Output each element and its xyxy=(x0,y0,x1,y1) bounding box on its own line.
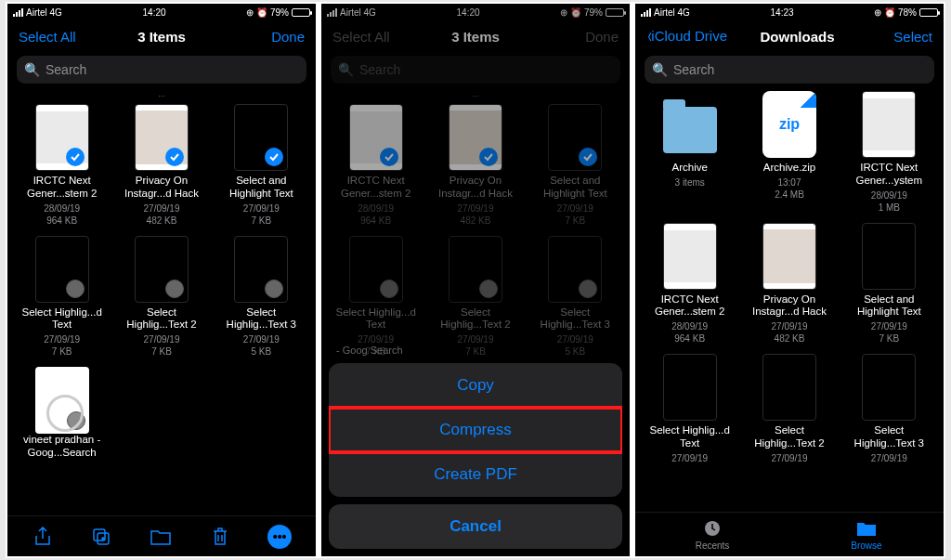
clock-label: 14:20 xyxy=(457,7,480,18)
file-item[interactable]: vineet pradhan - Goog...Search xyxy=(15,367,109,460)
signal-icon xyxy=(641,8,651,17)
alarm-icon: ⊕ ⏰ xyxy=(874,7,895,18)
file-thumbnail xyxy=(548,104,602,171)
file-item[interactable]: zip Archive.zip 13:072.4 MB xyxy=(742,91,836,214)
file-thumbnail xyxy=(663,354,717,421)
done-button: Done xyxy=(554,29,619,45)
screen-action-sheet: Airtel 4G 14:20 ⊕ ⏰ 79% Select All 3 Ite… xyxy=(321,4,630,556)
carrier-label: Airtel 4G xyxy=(26,7,62,18)
file-item[interactable]: Select Highlig...d Text 27/09/197 KB xyxy=(15,236,109,358)
file-thumbnail xyxy=(135,236,189,303)
signal-icon xyxy=(13,8,23,17)
battery-icon xyxy=(606,8,624,17)
search-icon: 🔍 xyxy=(24,62,40,77)
file-thumbnail xyxy=(349,104,403,171)
select-button[interactable]: Select xyxy=(867,29,932,45)
search-icon: 🔍 xyxy=(338,62,354,77)
checkmark-icon xyxy=(380,148,398,166)
file-item[interactable]: Select and Highlight Text 27/09/197 KB xyxy=(842,223,936,345)
checkmark-icon xyxy=(165,148,184,166)
peek-label: - Goog Search xyxy=(329,345,622,356)
file-name: Select Highlig...Text 3 xyxy=(215,306,307,332)
folder-icon xyxy=(663,91,717,158)
file-name: vineet pradhan - Goog...Search xyxy=(16,434,109,460)
clock-label: 14:20 xyxy=(143,7,166,18)
share-button[interactable] xyxy=(32,526,54,548)
create-pdf-action[interactable]: Create PDF xyxy=(329,452,622,497)
file-item[interactable]: Select Highlig...Text 2 27/09/197 KB xyxy=(114,236,208,358)
file-name: Select and Highlight Text xyxy=(215,175,307,201)
checkmark-icon xyxy=(579,148,597,166)
file-item[interactable]: Privacy On Instagr...d Hack 27/09/19482 … xyxy=(742,223,836,345)
zip-icon: zip xyxy=(762,91,816,158)
file-name: Select Highlig...d Text xyxy=(16,306,109,332)
more-button[interactable]: ••• xyxy=(267,525,292,549)
delete-button[interactable] xyxy=(209,526,231,548)
file-item[interactable]: Select Highlig...Text 3 27/09/195 KB xyxy=(215,236,308,358)
file-name: IRCTC Next Gener...stem 2 xyxy=(16,175,109,201)
battery-icon xyxy=(919,8,938,17)
file-item[interactable]: IRCTC Next Gener...stem 2 28/09/19964 KB xyxy=(15,104,109,227)
carrier-label: Airtel 4G xyxy=(654,7,690,18)
file-name: Privacy On Instagr...d Hack xyxy=(115,175,208,201)
file-thumbnail xyxy=(449,236,502,303)
file-thumbnail xyxy=(762,223,816,290)
file-item: Select and Highlight Text 27/09/197 KB xyxy=(528,104,622,227)
unselected-icon xyxy=(265,280,283,298)
file-thumbnail xyxy=(234,236,288,303)
battery-icon xyxy=(292,8,310,17)
file-item: Select Highlig...Text 3 27/09/195 KB xyxy=(528,236,622,358)
file-item[interactable]: Archive 3 items xyxy=(643,91,736,214)
screen-browse: Airtel 4G 14:23 ⊕ ⏰ 78% ‹iCloud Drive Do… xyxy=(635,4,944,556)
file-thumbnail xyxy=(862,223,916,290)
battery-percent: 78% xyxy=(898,7,917,18)
copy-action[interactable]: Copy xyxy=(329,363,622,408)
search-icon: 🔍 xyxy=(652,62,668,77)
file-item[interactable]: IRCTC Next Gener...stem 2 28/09/19964 KB xyxy=(643,223,736,345)
move-button[interactable] xyxy=(150,526,172,548)
signal-icon xyxy=(327,8,337,17)
files-grid: ··· IRCTC Next Gener...stem 2 28/09/1996… xyxy=(7,91,316,515)
screen-select-mode: Airtel 4G 14:20 ⊕ ⏰ 79% Select All 3 Ite… xyxy=(7,4,316,556)
cancel-action[interactable]: Cancel xyxy=(329,504,622,549)
duplicate-button[interactable] xyxy=(90,526,112,548)
file-thumbnail xyxy=(862,91,916,158)
nav-title: Downloads xyxy=(761,29,835,45)
select-all-button: Select All xyxy=(332,29,397,45)
file-item: Select Highlig...Text 2 27/09/197 KB xyxy=(428,236,522,358)
unselected-icon xyxy=(165,280,184,298)
search-field[interactable]: 🔍 Search xyxy=(645,56,934,84)
folder-icon xyxy=(856,518,877,539)
select-all-button[interactable]: Select All xyxy=(19,29,84,45)
file-thumbnail xyxy=(548,236,602,303)
file-thumbnail xyxy=(349,236,403,303)
done-button[interactable]: Done xyxy=(240,29,305,45)
status-bar: Airtel 4G 14:20 ⊕ ⏰ 79% xyxy=(321,4,630,20)
file-thumbnail xyxy=(762,354,816,421)
file-thumbnail xyxy=(862,354,916,421)
back-button[interactable]: ‹iCloud Drive xyxy=(646,24,727,48)
search-field: 🔍 Search xyxy=(331,56,620,84)
file-thumbnail xyxy=(35,104,89,171)
file-thumbnail xyxy=(234,104,288,171)
files-grid: Archive 3 items zip Archive.zip 13:072.4… xyxy=(635,91,944,512)
clock-label: 14:23 xyxy=(771,7,794,18)
file-item[interactable]: IRCTC Next Gener...ystem 28/09/191 MB xyxy=(842,91,936,214)
nav-title: 3 Items xyxy=(137,29,186,45)
file-item: Privacy On Instagr...d Hack 27/09/19482 … xyxy=(428,104,522,227)
search-field[interactable]: 🔍 Search xyxy=(17,56,306,84)
file-item[interactable]: Select Highlig...Text 3 27/09/19 xyxy=(842,354,936,464)
chevron-left-icon: ‹ xyxy=(647,24,651,48)
tab-recents[interactable]: Recents xyxy=(635,513,789,556)
file-item[interactable]: Select Highlig...Text 2 27/09/19 xyxy=(742,354,836,464)
file-item[interactable]: Select and Highlight Text 27/09/197 KB xyxy=(215,104,308,227)
tab-browse[interactable]: Browse xyxy=(789,513,944,556)
unselected-icon xyxy=(66,280,85,298)
file-thumbnail xyxy=(35,367,89,434)
file-item[interactable]: Privacy On Instagr...d Hack 27/09/19482 … xyxy=(114,104,208,227)
carrier-label: Airtel 4G xyxy=(340,7,376,18)
file-item[interactable]: Select Highlig...d Text 27/09/19 xyxy=(643,354,736,464)
status-bar: Airtel 4G 14:23 ⊕ ⏰ 78% xyxy=(635,4,944,20)
unselected-icon xyxy=(67,411,85,430)
compress-action[interactable]: Compress xyxy=(329,408,622,452)
